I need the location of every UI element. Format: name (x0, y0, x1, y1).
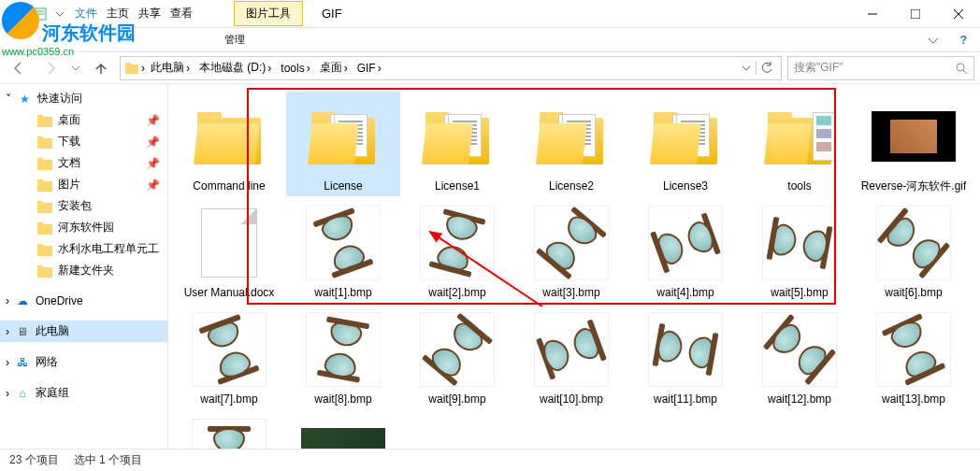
qat-dropdown-icon[interactable] (54, 4, 65, 24)
cloud-icon: ☁ (15, 293, 30, 308)
file-item[interactable]: Reverse-河东软件.gif (857, 92, 971, 196)
svg-rect-1 (9, 8, 15, 12)
file-item[interactable]: wait[8].bmp (286, 305, 400, 409)
up-button[interactable] (88, 55, 114, 81)
file-label: wait[12].bmp (768, 392, 831, 406)
folder-icon (37, 199, 52, 214)
ribbon-tab-view[interactable]: 查看 (170, 6, 193, 21)
pin-icon: 📌 (146, 178, 160, 192)
file-label: wait[4].bmp (656, 286, 713, 299)
svg-rect-20 (37, 179, 43, 183)
status-bar: 23 个项目 选中 1 个项目 (0, 449, 980, 471)
properties-icon[interactable] (30, 4, 50, 24)
file-item[interactable]: Command line (172, 92, 286, 196)
file-item[interactable]: wait[7].bmp (172, 305, 286, 409)
maximize-button[interactable] (894, 0, 937, 28)
sidebar-quick-access[interactable]: ˅ ★ 快速访问 (0, 88, 167, 109)
folder-icon (37, 156, 52, 171)
address-dropdown-icon[interactable] (739, 64, 754, 72)
ribbon-tab-home[interactable]: 主页 (107, 6, 129, 21)
sidebar-item[interactable]: 新建文件夹 (0, 260, 167, 281)
file-item[interactable]: wait[13].bmp (857, 305, 971, 409)
file-item[interactable]: wait[2].bmp (400, 198, 514, 303)
search-icon[interactable] (955, 62, 968, 75)
sidebar-item[interactable]: 下载📌 (0, 131, 167, 152)
sidebar-network[interactable]: › 🖧 网络 (0, 351, 167, 373)
ribbon-help-icon[interactable]: ? (957, 34, 971, 47)
file-item[interactable]: User Manual.docx (172, 198, 286, 303)
ribbon-manage-label: 管理 (224, 33, 245, 47)
file-item[interactable]: wait[12].bmp (742, 305, 857, 409)
file-item[interactable]: wait[5].bmp (742, 198, 857, 303)
file-thumbnail (411, 202, 504, 284)
file-item[interactable]: License1 (400, 92, 514, 196)
file-thumbnail (525, 308, 618, 391)
breadcrumb-2[interactable]: tools › (277, 60, 313, 77)
breadcrumb-3[interactable]: 桌面 › (316, 58, 352, 78)
file-item[interactable]: wait[4].bmp (628, 198, 742, 303)
recent-dropdown-icon[interactable] (69, 55, 82, 81)
file-item[interactable]: 虎牙-胖炸 20190912110 (286, 411, 400, 449)
forward-button[interactable] (37, 55, 64, 81)
star-icon: ★ (17, 92, 32, 107)
svg-rect-26 (37, 244, 43, 248)
file-label: wait[2].bmp (428, 286, 485, 299)
svg-rect-14 (37, 115, 43, 119)
computer-icon: 🖥 (15, 324, 30, 339)
explorer-icon[interactable] (6, 4, 26, 24)
file-item[interactable]: wait[10].bmp (514, 305, 628, 409)
ribbon-tab-share[interactable]: 共享 (138, 6, 161, 21)
minimize-button[interactable] (851, 0, 894, 28)
sidebar-item[interactable]: 图片📌 (0, 174, 167, 195)
sidebar-item[interactable]: 河东软件园 (0, 217, 167, 238)
file-item[interactable]: License2 (514, 92, 628, 196)
file-item[interactable]: License3 (628, 92, 742, 196)
file-item[interactable]: wait[11].bmp (628, 305, 742, 409)
contextual-tab-title: 图片工具 (246, 6, 291, 21)
breadcrumb-1[interactable]: 本地磁盘 (D:) › (195, 58, 275, 78)
ribbon-manage-group[interactable]: 管理 (224, 33, 245, 47)
search-box[interactable]: 搜索"GIF" (787, 56, 974, 80)
file-item[interactable]: wait[9].bmp (400, 305, 514, 409)
breadcrumb-0[interactable]: 此电脑 › (147, 58, 194, 78)
file-item[interactable]: wait[3].bmp (514, 198, 628, 303)
file-label: wait[3].bmp (542, 286, 599, 299)
chevron-right-icon: › (6, 325, 9, 338)
breadcrumb-4[interactable]: GIF › (353, 60, 385, 77)
sidebar-item[interactable]: 桌面📌 (0, 109, 167, 131)
sidebar-onedrive[interactable]: › ☁ OneDrive (0, 291, 167, 311)
sidebar-item[interactable]: 水利水电工程单元工 (0, 238, 167, 260)
sidebar-item[interactable]: 文档📌 (0, 152, 167, 174)
file-thumbnail (525, 95, 618, 178)
sidebar-homegroup[interactable]: › ⌂ 家庭组 (0, 382, 167, 404)
breadcrumb-sep-icon[interactable]: › (141, 62, 145, 75)
close-button[interactable] (937, 0, 980, 28)
ribbon-expand-icon[interactable] (929, 36, 938, 45)
nav-pane: ˅ ★ 快速访问 桌面📌下载📌文档📌图片📌安装包河东软件园水利水电工程单元工新建… (0, 84, 168, 449)
back-button[interactable] (6, 55, 32, 81)
file-pane[interactable]: Command lineLicenseLicense1License2Licen… (168, 84, 980, 449)
file-item[interactable]: wait[1].bmp (286, 198, 400, 303)
file-item[interactable]: wait[6].bmp (857, 198, 971, 303)
ribbon-tab-file[interactable]: 文件 (75, 6, 97, 21)
ribbon-row: 管理 ? (0, 28, 980, 52)
chevron-right-icon: › (6, 356, 9, 369)
file-label: Command line (193, 179, 265, 193)
svg-line-12 (963, 70, 967, 74)
file-thumbnail (753, 308, 846, 391)
address-bar[interactable]: › 此电脑 › 本地磁盘 (D:) › tools › 桌面 › GIF › (120, 56, 782, 80)
refresh-icon[interactable] (756, 62, 777, 75)
pin-icon: 📌 (146, 114, 160, 127)
sidebar-item[interactable]: 安装包 (0, 195, 167, 217)
file-label: License2 (549, 179, 594, 193)
file-item[interactable]: License (286, 92, 400, 196)
file-label: License3 (663, 179, 708, 193)
svg-rect-16 (37, 136, 43, 140)
file-thumbnail (182, 415, 276, 449)
contextual-tab[interactable]: 图片工具 (234, 1, 303, 26)
sidebar-this-pc[interactable]: › 🖥 此电脑 (0, 321, 167, 342)
file-item[interactable]: wait[14].bmp (172, 411, 286, 449)
file-item[interactable]: tools (742, 92, 857, 196)
file-thumbnail (411, 308, 504, 391)
nav-bar: › 此电脑 › 本地磁盘 (D:) › tools › 桌面 › GIF › 搜… (0, 52, 980, 84)
